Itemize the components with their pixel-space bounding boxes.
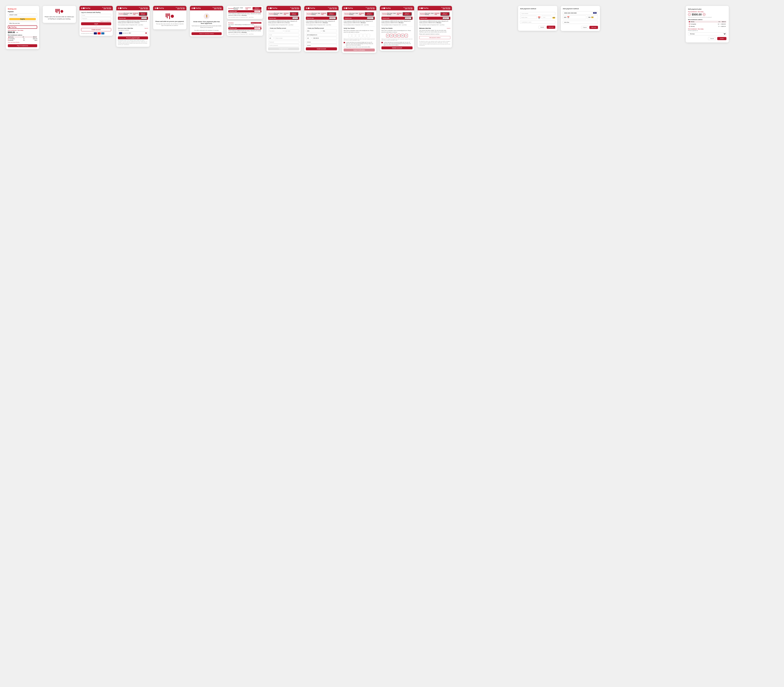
card-radio[interactable] [145,32,147,34]
cancel-text: Free cancellation before 13 September 20… [118,24,148,25]
password-input[interactable] [81,17,111,20]
check2-box[interactable] [344,47,345,48]
ae-add-method-btn[interactable]: Add payment method [419,36,450,39]
phone-input[interactable] [274,37,299,39]
vr-check1-box[interactable]: ✓ [381,42,383,43]
panel2-purchase: Purchase [228,22,234,23]
otp-6[interactable] [367,34,370,38]
edit-fortnightly-row[interactable]: Fortnightly 12 × $191.82 [688,23,726,25]
otp-r-6[interactable]: 1 [405,34,408,38]
password-create-input[interactable] [268,41,299,43]
otp-r-3[interactable]: 3 [394,34,397,38]
ca-l-return-btn[interactable]: Return to merchant [290,12,298,16]
amount-minus-btn[interactable]: − [688,13,691,16]
edit-cancel-btn[interactable]: Cancel [708,37,716,40]
last-name-input[interactable] [284,30,300,32]
email-create-input[interactable] [268,33,299,36]
bar-circle [61,10,63,13]
ae-logout[interactable]: Log out [447,28,450,29]
return-merchant-btn[interactable]: Return to merchant website [191,32,222,35]
pay-instalments-btn[interactable]: Pay in instalments [8,44,37,47]
ca-r-phone[interactable] [312,37,337,39]
fortnightly-cadence[interactable]: Fortnightly 12 $102.40 [8,38,37,39]
panel2-edit-btn[interactable]: Edit Plan ✏ [254,28,260,29]
ca-r-edit-btn[interactable]: Edit Plan ✏ [329,17,336,20]
ae-info: A first instalment of $500.00 AUD (due t… [419,20,450,24]
edit-plan-btn[interactable]: Edit Plan [141,17,147,20]
forgot-password-link[interactable]: Forgotten your password? [81,21,111,22]
confirm-password-input[interactable] [268,44,299,47]
otp-r-1[interactable]: 3 [386,34,389,38]
submit-verify-btn-l[interactable]: Submit Verification [344,49,375,51]
vr-plan-bar: Payment plan Edit Plan ✏ [381,16,413,20]
cardholder-input-empty[interactable] [520,21,555,24]
card-row[interactable]: •••• •••• •••• 4557 [118,31,148,35]
expiry-input-empty[interactable] [520,16,537,19]
ca-r-return-btn[interactable]: Return to merchant ✕ [327,12,336,16]
logout-btn[interactable]: Log out [145,28,148,29]
ca-right-help: Do you need help? 1800 780 880 [328,7,337,10]
cvv-input-empty[interactable] [542,16,552,19]
processing-body: Please wait while we process your paymen… [153,10,186,30]
cardholder-input-filled[interactable] [563,21,598,24]
planpay-option[interactable]: PlanPay [8,25,37,29]
monthly-cadence[interactable]: Monthly 25 $110 [8,40,37,41]
otp-r-5[interactable]: 5 [401,34,404,38]
check1-box[interactable]: ✓ [344,42,345,43]
vr-edit-btn[interactable]: Edit Plan ✏ [405,17,412,20]
return-btn[interactable]: Return to merchant [139,12,147,16]
edit-monthly-row[interactable]: Monthly 9 × $222.34 [688,25,726,27]
login-btn[interactable]: Log In [81,22,111,25]
otp-1[interactable] [348,34,351,38]
affirm-label: Affirm Pay over time [9,23,20,24]
otp-5[interactable] [363,34,366,38]
affirm-option[interactable]: Affirm Pay over time [8,22,37,25]
ca-r-password[interactable] [306,41,337,43]
process-payment-btn[interactable]: Process payment plan [118,36,148,39]
ca-left-body: Purchase Play travel - Hotel Booking $2,… [267,10,301,52]
edit-fortnightly-count: 12 [718,23,719,25]
otp-r-2[interactable]: 2 [390,34,393,38]
panel1-edit-btn[interactable]: Edit Plan ✏ [254,11,260,12]
panel1-return-btn[interactable]: Return to merchant ✕ [253,7,262,10]
add-filled-cancel-btn[interactable]: Cancel [581,26,588,29]
edit-weekly-row[interactable]: Weekly 25 × $80.00 [688,21,726,23]
create-account-btn[interactable]: Create account [81,28,111,31]
vl-edit-btn[interactable]: Edit Plan ✏ [367,17,374,20]
ca-r-confirm[interactable] [306,44,337,47]
otp-4[interactable] [359,34,362,38]
vl-return-btn[interactable]: Return to merchant ✕ [365,12,374,16]
ae-edit-btn[interactable]: Edit Plan ✏ [443,17,450,20]
ca-r-email[interactable] [306,33,337,36]
otp-2[interactable] [352,34,355,38]
create-account-btn-form[interactable]: Create account [268,48,299,50]
fortnightly-label: Fortnightly [9,38,15,39]
card-number-input[interactable] [520,12,555,15]
ca-r-create-btn[interactable]: Create account [306,48,337,50]
ca-r-help-p: 1800 780 880 [328,8,337,10]
check2-text: Please keep me up to date on news and ex… [346,46,371,48]
learn-more-link[interactable]: Learn more about PlanPay [8,42,37,43]
panel2-return-btn[interactable]: Return to merchant ✕ [251,22,262,24]
edit-update-btn[interactable]: Update [717,37,726,40]
otp-3[interactable] [356,34,359,38]
paypal-option[interactable]: PayPal [8,17,37,21]
process-day-select[interactable]: Mondays Tuesdays Wednesdays Thursdays Fr… [688,32,726,35]
add-empty-add-btn[interactable]: Add card [547,26,555,29]
weekly-cadence[interactable]: Weekly 25 $80.00 [8,36,37,38]
ca-r-last-name[interactable] [322,30,337,32]
ca-l-edit-btn[interactable]: Edit Plan [292,17,298,20]
phone-prefix-input[interactable] [268,37,273,39]
first-name-input[interactable] [268,30,283,32]
email-input[interactable] [81,14,111,16]
amount-plus-btn[interactable]: + [703,13,705,16]
credit-card-option[interactable]: CREDIT CARD [8,13,37,16]
add-empty-cancel-btn[interactable]: Cancel [539,26,546,29]
ae-return-btn[interactable]: Return to merchant ✕ [440,12,450,16]
otp-r-4[interactable]: 4 [397,34,400,38]
validate-btn[interactable]: Validate account [381,46,413,49]
vr-return-btn[interactable]: Return to merchant ✕ [403,12,412,16]
ca-r-phone-prefix[interactable] [306,37,311,39]
add-filled-add-btn[interactable]: Add card [590,26,598,29]
ca-r-first-name[interactable] [306,30,321,32]
